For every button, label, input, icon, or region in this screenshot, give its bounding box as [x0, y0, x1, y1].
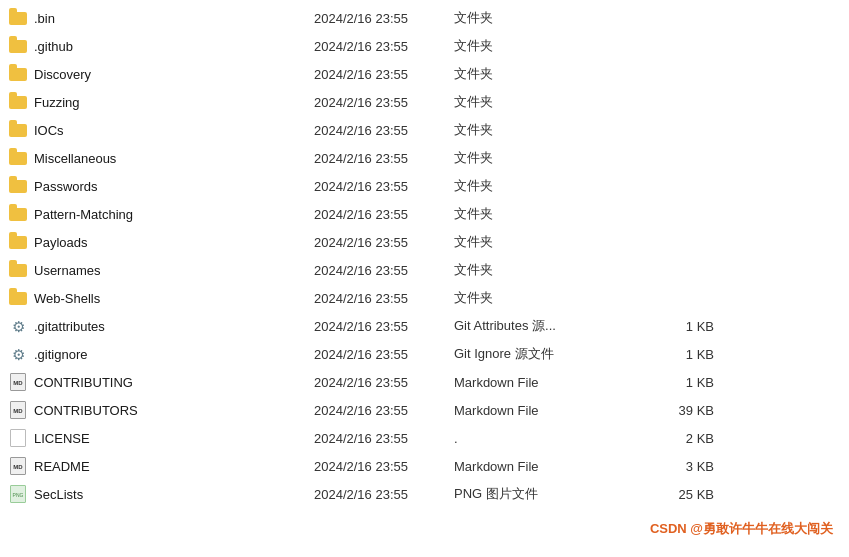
file-date: 2024/2/16 23:55 — [314, 431, 454, 446]
table-row[interactable]: Payloads2024/2/16 23:55文件夹 — [0, 228, 849, 256]
file-name: Pattern-Matching — [34, 207, 314, 222]
file-date: 2024/2/16 23:55 — [314, 291, 454, 306]
file-date: 2024/2/16 23:55 — [314, 151, 454, 166]
file-size: 1 KB — [634, 375, 714, 390]
file-date: 2024/2/16 23:55 — [314, 403, 454, 418]
file-date: 2024/2/16 23:55 — [314, 207, 454, 222]
file-name: Discovery — [34, 67, 314, 82]
file-size: 39 KB — [634, 403, 714, 418]
table-row[interactable]: .github2024/2/16 23:55文件夹 — [0, 32, 849, 60]
file-type: 文件夹 — [454, 93, 634, 111]
file-name: Payloads — [34, 235, 314, 250]
table-row[interactable]: LICENSE2024/2/16 23:55.2 KB — [0, 424, 849, 452]
file-size: 3 KB — [634, 459, 714, 474]
file-date: 2024/2/16 23:55 — [314, 67, 454, 82]
file-date: 2024/2/16 23:55 — [314, 11, 454, 26]
file-date: 2024/2/16 23:55 — [314, 39, 454, 54]
folder-icon — [9, 124, 27, 137]
file-name: LICENSE — [34, 431, 314, 446]
file-name: Usernames — [34, 263, 314, 278]
file-type: 文件夹 — [454, 121, 634, 139]
file-date: 2024/2/16 23:55 — [314, 123, 454, 138]
table-row[interactable]: Pattern-Matching2024/2/16 23:55文件夹 — [0, 200, 849, 228]
file-type: 文件夹 — [454, 261, 634, 279]
file-type: 文件夹 — [454, 65, 634, 83]
file-name: Web-Shells — [34, 291, 314, 306]
table-row[interactable]: Fuzzing2024/2/16 23:55文件夹 — [0, 88, 849, 116]
table-row[interactable]: MDCONTRIBUTORS2024/2/16 23:55Markdown Fi… — [0, 396, 849, 424]
file-name: CONTRIBUTORS — [34, 403, 314, 418]
markdown-icon: MD — [10, 373, 26, 391]
gear-icon: ⚙ — [12, 347, 25, 362]
markdown-icon: MD — [10, 457, 26, 475]
file-date: 2024/2/16 23:55 — [314, 95, 454, 110]
file-type: 文件夹 — [454, 177, 634, 195]
table-row[interactable]: MDREADME2024/2/16 23:55Markdown File3 KB — [0, 452, 849, 480]
table-row[interactable]: MDCONTRIBUTING2024/2/16 23:55Markdown Fi… — [0, 368, 849, 396]
file-name: CONTRIBUTING — [34, 375, 314, 390]
table-row[interactable]: Discovery2024/2/16 23:55文件夹 — [0, 60, 849, 88]
file-type: 文件夹 — [454, 149, 634, 167]
table-row[interactable]: ⚙.gitattributes2024/2/16 23:55Git Attrib… — [0, 312, 849, 340]
file-name: .gitignore — [34, 347, 314, 362]
png-icon: PNG — [10, 485, 26, 503]
folder-icon — [9, 180, 27, 193]
file-type: 文件夹 — [454, 37, 634, 55]
folder-icon — [9, 12, 27, 25]
file-name: .gitattributes — [34, 319, 314, 334]
folder-icon — [9, 96, 27, 109]
file-type: Git Attributes 源... — [454, 317, 634, 335]
file-date: 2024/2/16 23:55 — [314, 347, 454, 362]
file-size: 25 KB — [634, 487, 714, 502]
table-row[interactable]: Usernames2024/2/16 23:55文件夹 — [0, 256, 849, 284]
file-name: README — [34, 459, 314, 474]
folder-icon — [9, 68, 27, 81]
file-list: .bin2024/2/16 23:55文件夹.github2024/2/16 2… — [0, 0, 849, 512]
file-type: 文件夹 — [454, 9, 634, 27]
gear-icon: ⚙ — [12, 319, 25, 334]
file-date: 2024/2/16 23:55 — [314, 459, 454, 474]
file-type: 文件夹 — [454, 289, 634, 307]
table-row[interactable]: IOCs2024/2/16 23:55文件夹 — [0, 116, 849, 144]
folder-icon — [9, 40, 27, 53]
file-type: . — [454, 431, 634, 446]
table-row[interactable]: Passwords2024/2/16 23:55文件夹 — [0, 172, 849, 200]
file-date: 2024/2/16 23:55 — [314, 235, 454, 250]
file-name: .github — [34, 39, 314, 54]
file-date: 2024/2/16 23:55 — [314, 319, 454, 334]
folder-icon — [9, 152, 27, 165]
file-name: SecLists — [34, 487, 314, 502]
file-type: 文件夹 — [454, 233, 634, 251]
file-type: PNG 图片文件 — [454, 485, 634, 503]
table-row[interactable]: ⚙.gitignore2024/2/16 23:55Git Ignore 源文件… — [0, 340, 849, 368]
file-name: IOCs — [34, 123, 314, 138]
markdown-icon: MD — [10, 401, 26, 419]
file-date: 2024/2/16 23:55 — [314, 375, 454, 390]
file-size: 2 KB — [634, 431, 714, 446]
file-name: .bin — [34, 11, 314, 26]
file-date: 2024/2/16 23:55 — [314, 487, 454, 502]
table-row[interactable]: Web-Shells2024/2/16 23:55文件夹 — [0, 284, 849, 312]
folder-icon — [9, 292, 27, 305]
table-row[interactable]: .bin2024/2/16 23:55文件夹 — [0, 4, 849, 32]
file-type: Markdown File — [454, 403, 634, 418]
file-name: Passwords — [34, 179, 314, 194]
file-type: Git Ignore 源文件 — [454, 345, 634, 363]
table-row[interactable]: Miscellaneous2024/2/16 23:55文件夹 — [0, 144, 849, 172]
file-date: 2024/2/16 23:55 — [314, 263, 454, 278]
license-icon — [10, 429, 26, 447]
table-row[interactable]: PNGSecLists2024/2/16 23:55PNG 图片文件25 KB — [0, 480, 849, 508]
file-name: Fuzzing — [34, 95, 314, 110]
file-size: 1 KB — [634, 347, 714, 362]
file-name: Miscellaneous — [34, 151, 314, 166]
watermark: CSDN @勇敢许牛牛在线大闯关 — [0, 512, 849, 542]
file-type: Markdown File — [454, 375, 634, 390]
folder-icon — [9, 208, 27, 221]
file-size: 1 KB — [634, 319, 714, 334]
file-type: 文件夹 — [454, 205, 634, 223]
folder-icon — [9, 264, 27, 277]
file-type: Markdown File — [454, 459, 634, 474]
file-date: 2024/2/16 23:55 — [314, 179, 454, 194]
folder-icon — [9, 236, 27, 249]
